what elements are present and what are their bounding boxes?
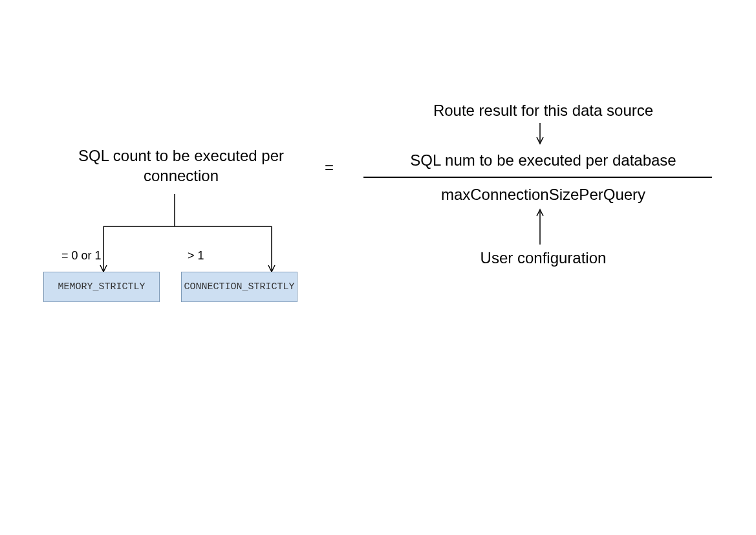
numerator: SQL num to be executed per database: [362, 150, 724, 170]
fraction-line: [363, 177, 712, 178]
branch-connector: [45, 194, 304, 278]
condition-right: > 1: [188, 249, 204, 263]
arrow-bottom: [534, 208, 546, 247]
denominator: maxConnectionSizePerQuery: [375, 184, 711, 204]
equals-sign: =: [325, 158, 334, 177]
left-heading: SQL count to be executed per connection: [52, 146, 310, 186]
mode-box-connection-strictly: CONNECTION_STRICTLY: [181, 272, 297, 302]
condition-left: = 0 or 1: [61, 249, 102, 263]
mode-box-memory-strictly: MEMORY_STRICTLY: [43, 272, 160, 302]
top-label: Route result for this data source: [375, 100, 711, 120]
bottom-label: User configuration: [375, 248, 711, 268]
arrow-top: [534, 123, 546, 149]
